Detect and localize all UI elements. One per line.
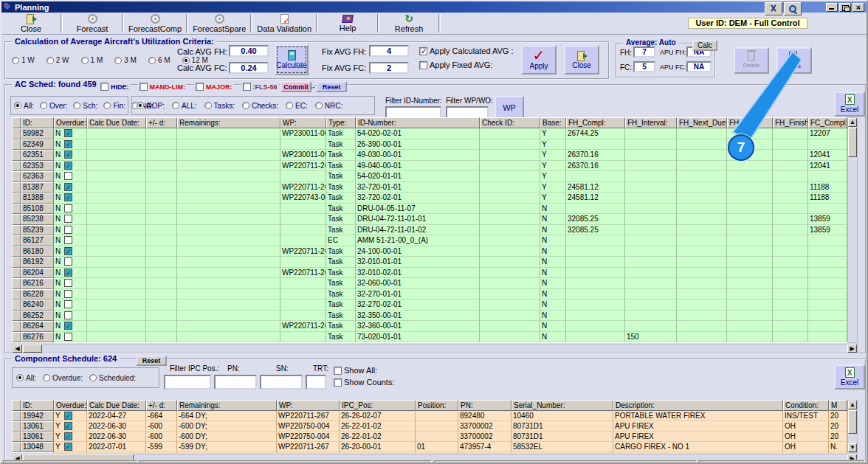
close-window-button[interactable]	[852, 3, 864, 12]
component-cell-wp[interactable]: WP220711-267	[277, 411, 340, 421]
ac-cell-fh_next_due[interactable]	[677, 332, 727, 343]
component-cell-pn[interactable]: 33700002	[458, 432, 512, 442]
ac-cell-overdue[interactable]: N✓	[54, 150, 87, 161]
ac-cell-overdue[interactable]: N	[54, 257, 87, 268]
ac-cell-overdue[interactable]: N✓	[54, 139, 87, 150]
radio-icon[interactable]	[46, 57, 54, 64]
ac-cell-type[interactable]: Task	[326, 257, 356, 268]
ac-cell-fh_compl[interactable]: 32085.25	[566, 225, 625, 236]
radio-icon[interactable]	[43, 374, 50, 381]
ac-cell-pm_d[interactable]	[146, 246, 177, 257]
ac-row[interactable]: 85108NTaskDRU-04-05-11-07N	[12, 204, 847, 215]
ac-cell-fh_interval[interactable]	[625, 257, 677, 268]
ac-cell-id_number[interactable]: 32-270-01-01	[356, 289, 480, 300]
ac-cell-fh_next_due[interactable]	[677, 171, 727, 182]
ac-cell-fh_next_due[interactable]	[677, 204, 727, 215]
component-col-header[interactable]: M	[829, 400, 847, 411]
ac-cell-fh_finish[interactable]	[773, 268, 808, 279]
row-selector[interactable]	[12, 225, 21, 236]
row-checkbox[interactable]	[64, 290, 72, 298]
row-checkbox[interactable]	[64, 333, 72, 341]
component-cell-calc_due_date[interactable]: 2022-06-30	[87, 432, 146, 442]
ac-cell-fh_next_due[interactable]	[677, 289, 727, 300]
ac-cell-base[interactable]: Y	[540, 171, 566, 182]
ac-cell-id_number[interactable]: 32-010-01-01	[356, 257, 480, 268]
ac-col-header[interactable]: Remainings:	[177, 117, 280, 128]
row-checkbox[interactable]: ✓	[64, 162, 72, 170]
ac-cell-fh_start[interactable]	[727, 332, 773, 343]
ac-cell-fc_compl[interactable]	[808, 139, 847, 150]
component-cell-m[interactable]: 20	[829, 432, 847, 442]
ac-cell-fh_interval[interactable]	[625, 225, 677, 236]
component-cell-wp[interactable]: WP220750-004	[277, 421, 340, 432]
radio-icon[interactable]	[16, 374, 24, 381]
ac-cell-wp[interactable]: WP220711-267	[280, 246, 326, 257]
ac-cell-fc_compl[interactable]	[808, 321, 847, 332]
component-cell-m[interactable]: N.	[829, 452, 847, 453]
ac-cell-base[interactable]: N	[540, 311, 566, 322]
row-selector[interactable]	[12, 442, 21, 452]
ac-cell-wp[interactable]	[280, 204, 326, 215]
row-checkbox[interactable]: ✓	[64, 129, 72, 137]
ac-cell-check_id[interactable]	[480, 182, 540, 193]
ac-cell-id_number[interactable]: DRU-04-72-11-01-01	[356, 214, 480, 225]
ac-cell-type[interactable]: EC	[326, 235, 356, 246]
ac-cell-calc_due_date[interactable]	[87, 246, 146, 257]
ac-cell-fh_compl[interactable]	[566, 321, 625, 332]
row-selector[interactable]	[12, 193, 21, 204]
avg-fh-field[interactable]	[633, 46, 655, 58]
component-cell-description[interactable]: APU FIREX	[613, 432, 783, 442]
ac-cell-fc_compl[interactable]: 12041	[808, 161, 847, 172]
component-col-header[interactable]: Condition:	[783, 400, 829, 411]
ac-cell-fh_start[interactable]	[727, 214, 773, 225]
ac-row[interactable]: 62353N✓WP220711-267Task49-040-00-01Y2637…	[12, 161, 847, 172]
component-col-header[interactable]: PN:	[458, 400, 512, 411]
ac-cell-fh_compl[interactable]	[566, 139, 625, 150]
toolbar-forecastspare-button[interactable]: ForecastSpare	[188, 13, 250, 34]
ac-cell-fh_finish[interactable]	[773, 246, 808, 257]
ac-cell-fh_compl[interactable]: 26370.16	[566, 161, 625, 172]
ac-row[interactable]: 86252NTask32-350-00-01N	[12, 311, 847, 322]
ac-cell-pm_d[interactable]	[146, 128, 177, 139]
ac-type-radio-ec[interactable]: EC:	[286, 102, 308, 110]
ac-cell-fh_next_due[interactable]	[677, 257, 727, 268]
component-cell-calc_due_date[interactable]: 2022-07-01	[87, 442, 146, 452]
radio-icon[interactable]	[89, 374, 97, 381]
row-checkbox[interactable]: ✓	[64, 443, 72, 451]
ac-cell-calc_due_date[interactable]	[87, 204, 146, 215]
ac-cell-remainings[interactable]	[177, 204, 280, 215]
ac-cell-remainings[interactable]	[177, 332, 280, 343]
component-cell-remainings[interactable]: -664 DY;	[177, 411, 277, 421]
fix-avg-fc-field[interactable]	[369, 62, 409, 74]
ac-cell-fh_compl[interactable]	[566, 257, 625, 268]
ac-cell-fc_compl[interactable]: 11188	[808, 182, 847, 193]
period-radio-6m[interactable]: 6 M	[148, 56, 170, 64]
component-row[interactable]: 19942Y✓2022-04-27-664-664 DY;WP220711-26…	[12, 411, 847, 421]
ac-col-header[interactable]: Type:	[326, 117, 356, 128]
component-row[interactable]: 13061Y✓2022-06-30-600-600 DY;WP220750-00…	[12, 421, 847, 432]
pn-input[interactable]	[214, 375, 257, 389]
component-cell-overdue[interactable]: Y✓	[54, 452, 87, 453]
ac-cell-overdue[interactable]: N	[54, 225, 87, 236]
ac-cell-id[interactable]: 86127	[21, 235, 54, 246]
ac-cell-fh_interval[interactable]	[625, 278, 677, 289]
ac-cell-fc_compl[interactable]: 11188	[808, 193, 847, 204]
component-excel-button[interactable]: XExcel	[834, 364, 865, 389]
ac-cell-fh_interval[interactable]	[625, 321, 677, 332]
ac-cell-check_id[interactable]	[480, 128, 540, 139]
component-cell-calc_due_date[interactable]: 2022-06-30	[87, 421, 146, 432]
ac-cell-fh_compl[interactable]: 24581.12	[566, 193, 625, 204]
ac-cell-id_number[interactable]: 32-010-02-01	[356, 268, 480, 279]
component-cell-remainings[interactable]: -600 DY;	[177, 421, 277, 432]
row-selector[interactable]	[12, 411, 21, 421]
ac-cell-wp[interactable]	[280, 139, 326, 150]
calc-avg-fh-field[interactable]	[229, 45, 269, 57]
ac-cell-calc_due_date[interactable]	[87, 193, 146, 204]
show-all-checkbox[interactable]	[334, 367, 342, 375]
component-cell-id[interactable]: 19942	[21, 411, 54, 421]
ac-cell-wp[interactable]: WP220743-004	[280, 193, 326, 204]
ac-cell-id_number[interactable]: 54-020-02-01	[356, 128, 480, 139]
ac-cell-fh_start[interactable]	[727, 161, 773, 172]
component-cell-condition[interactable]: OH	[783, 452, 829, 453]
ac-cell-fh_start[interactable]	[727, 182, 773, 193]
